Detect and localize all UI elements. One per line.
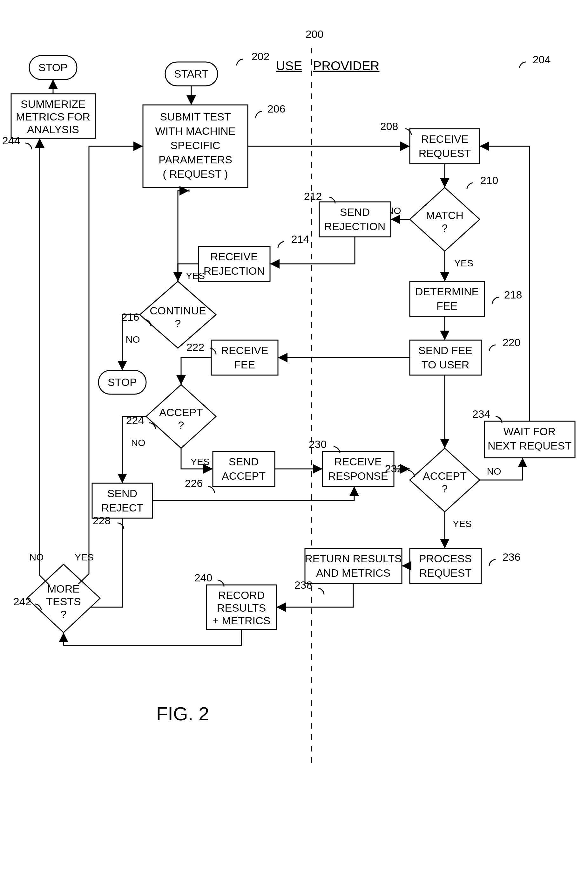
arrow-moretests-no — [40, 138, 49, 585]
ref-230: 230 — [309, 438, 327, 450]
continue-l2: ? — [175, 317, 181, 329]
provider-title: PROVIDER — [313, 59, 380, 73]
continue-l1: CONTINUE — [150, 305, 206, 317]
accept232-no: NO — [487, 466, 501, 476]
ref-218: 218 — [504, 288, 522, 301]
recvresp-l2: RESPONSE — [328, 470, 388, 482]
moretests-l3: ? — [61, 608, 67, 620]
sendreject-l1: SEND — [107, 487, 137, 499]
arrow-sendrej-recvrej — [270, 237, 355, 264]
continue-no: NO — [126, 334, 140, 345]
ref-216: 216 — [122, 311, 140, 323]
ref-212: 212 — [304, 190, 322, 202]
ref-206: 206 — [267, 103, 286, 115]
send-rejection-l1: SEND — [340, 206, 370, 218]
match-l1: MATCH — [426, 209, 464, 221]
receive-request-l1: RECEIVE — [421, 133, 468, 145]
moretests-l2: TESTS — [46, 595, 81, 607]
moretests-yes: YES — [75, 552, 94, 562]
recvfee-l1: RECEIVE — [221, 344, 268, 356]
ref-220: 220 — [502, 336, 520, 349]
submit-l3: SPECIFIC — [171, 139, 220, 151]
ref-238: 238 — [294, 579, 313, 591]
sendreject-l2: REJECT — [101, 502, 143, 514]
accept224-no: NO — [131, 437, 146, 448]
arrow-wait-recvreq — [480, 146, 530, 421]
return-l2: AND METRICS — [316, 567, 390, 579]
accept224-yes: YES — [190, 457, 210, 467]
arrow-accept-no — [122, 416, 146, 483]
submit-l5: ( REQUEST ) — [163, 168, 228, 180]
ref-208: 208 — [380, 120, 398, 132]
record-l2: RESULTS — [217, 602, 266, 614]
match-l2: ? — [442, 222, 448, 234]
submit-l1: SUBMIT TEST — [160, 111, 231, 123]
summarize-l3: ANALYSIS — [27, 123, 79, 135]
send-rejection-l2: REJECTION — [324, 220, 386, 232]
stop1-label: STOP — [108, 376, 137, 388]
arrow-accept232-wait — [480, 458, 522, 480]
figure-label: FIG. 2 — [156, 703, 209, 724]
wait-l2: NEXT REQUEST — [488, 440, 572, 452]
detfee-l2: FEE — [436, 300, 458, 312]
ref-236: 236 — [502, 551, 520, 563]
arrow-return-record — [276, 583, 353, 607]
ref-228: 228 — [93, 514, 111, 526]
arrow-record-more — [63, 630, 242, 645]
ref-232: 232 — [385, 463, 403, 475]
receive-rejection-l1: RECEIVE — [210, 251, 258, 263]
process-l1: PROCESS — [419, 553, 472, 565]
flowchart: USE PROVIDER 200 START 202 SUBMIT TEST W… — [0, 0, 588, 885]
use-title: USE — [276, 59, 302, 73]
match-yes: YES — [454, 258, 473, 268]
ref-200: 200 — [306, 28, 324, 40]
stop2-label: STOP — [39, 62, 68, 74]
wait-l1: WAIT FOR — [504, 425, 556, 437]
return-l1: RETURN RESULTS — [304, 553, 402, 565]
start-label: START — [174, 68, 208, 80]
receive-rejection-l2: REJECTION — [204, 265, 265, 277]
submit-l4: PARAMETERS — [159, 153, 232, 165]
ref-204: 204 — [533, 53, 551, 66]
process-l2: REQUEST — [419, 567, 471, 579]
ref-214: 214 — [291, 233, 309, 245]
record-l3: + METRICS — [213, 615, 270, 627]
moretests-no: NO — [30, 552, 44, 562]
moretests-l1: MORE — [47, 583, 80, 595]
sendfee-l1: SEND FEE — [418, 344, 472, 356]
recvfee-l2: FEE — [234, 359, 255, 371]
ref-202: 202 — [252, 50, 270, 62]
submit-l2: WITH MACHINE — [155, 125, 236, 137]
accept224-l2: ? — [178, 419, 184, 431]
arrow-recvfee-accept — [181, 358, 211, 385]
accept232-l2: ? — [442, 482, 448, 494]
continue-yes: YES — [186, 270, 205, 281]
sendfee-l2: TO USER — [422, 359, 470, 371]
detfee-l1: DETERMINE — [415, 285, 479, 298]
summarize-l1: SUMMERIZE — [21, 98, 86, 110]
arrow-continue-yes — [178, 191, 189, 281]
accept224-l1: ACCEPT — [159, 406, 203, 418]
accept232-yes: YES — [453, 518, 472, 529]
receive-request-l2: REQUEST — [418, 147, 471, 159]
recvresp-l1: RECEIVE — [334, 455, 381, 467]
ref-242: 242 — [14, 595, 32, 607]
accept232-l1: ACCEPT — [423, 470, 466, 482]
sendaccept-l1: SEND — [229, 455, 259, 467]
ref-234: 234 — [472, 408, 490, 420]
ref-244: 244 — [2, 134, 20, 147]
record-l1: RECORD — [218, 589, 265, 601]
summarize-l2: METRICS FOR — [16, 111, 90, 123]
ref-222: 222 — [186, 341, 205, 353]
ref-226: 226 — [185, 477, 203, 489]
ref-240: 240 — [194, 572, 213, 584]
sendaccept-l2: ACCEPT — [222, 470, 266, 482]
arrow-sendreject-recvresp — [153, 486, 354, 501]
ref-210: 210 — [480, 174, 498, 186]
